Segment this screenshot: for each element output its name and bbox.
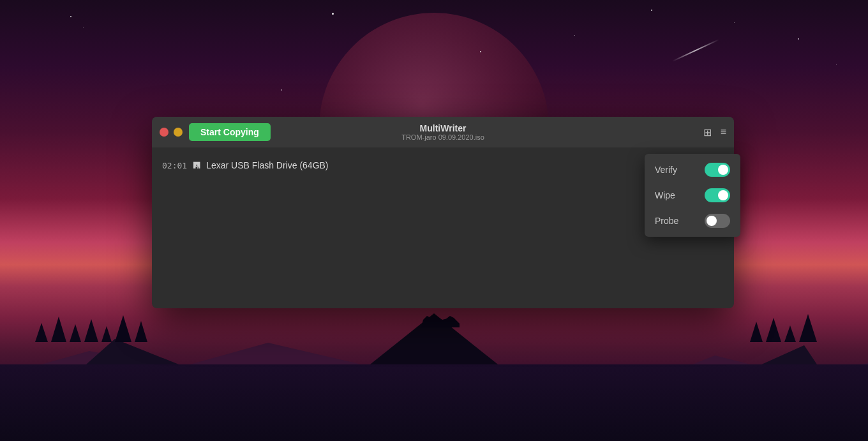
probe-toggle[interactable] bbox=[705, 214, 730, 228]
verify-label: Verify bbox=[655, 165, 677, 175]
device-name: Lexar USB Flash Drive (64GB) bbox=[206, 160, 328, 170]
minimize-button[interactable] bbox=[174, 128, 183, 137]
trees-right bbox=[750, 314, 817, 342]
wipe-toggle[interactable] bbox=[705, 188, 730, 202]
wipe-toggle-row: Wipe bbox=[655, 188, 730, 202]
probe-label: Probe bbox=[655, 216, 678, 226]
verify-toggle-knob bbox=[718, 165, 728, 175]
verify-toggle[interactable] bbox=[705, 163, 730, 177]
ground bbox=[0, 364, 868, 441]
close-button[interactable] bbox=[160, 128, 168, 137]
verify-toggle-row: Verify bbox=[655, 163, 730, 177]
folder-icon[interactable]: ⊞ bbox=[703, 126, 712, 138]
usb-icon: 🖪 bbox=[192, 160, 201, 170]
device-row: 02:01 🖪 Lexar USB Flash Drive (64GB) bbox=[162, 158, 724, 173]
probe-toggle-knob bbox=[707, 216, 717, 226]
device-id: 02:01 bbox=[162, 161, 187, 170]
window-body: 02:01 🖪 Lexar USB Flash Drive (64GB) Ver… bbox=[152, 147, 734, 308]
title-center: MultiWriter TROM-jaro 09.09.2020.iso bbox=[401, 123, 484, 141]
window-title: MultiWriter bbox=[401, 123, 484, 133]
wipe-toggle-knob bbox=[718, 190, 728, 200]
probe-toggle-row: Probe bbox=[655, 214, 730, 228]
titlebar-actions: ⊞ ≡ bbox=[703, 126, 726, 138]
traffic-lights bbox=[160, 128, 183, 137]
titlebar: Start Copying MultiWriter TROM-jaro 09.0… bbox=[152, 117, 734, 147]
wipe-label: Wipe bbox=[655, 190, 675, 200]
window-subtitle: TROM-jaro 09.09.2020.iso bbox=[401, 133, 484, 141]
app-window: Start Copying MultiWriter TROM-jaro 09.0… bbox=[152, 117, 734, 308]
start-copy-button[interactable]: Start Copying bbox=[189, 123, 271, 141]
menu-icon[interactable]: ≡ bbox=[721, 126, 726, 138]
trees-left bbox=[35, 315, 147, 342]
settings-dropdown: Verify Wipe Probe bbox=[645, 154, 740, 237]
